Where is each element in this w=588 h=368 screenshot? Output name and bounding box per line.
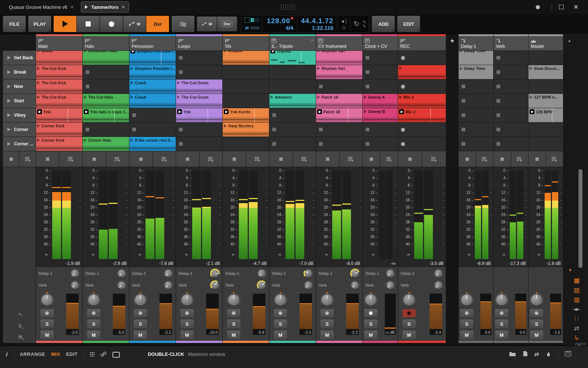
clip-play-icon[interactable] bbox=[224, 51, 227, 53]
empty-slot-stop-square[interactable] bbox=[366, 56, 369, 60]
clip-slot[interactable] bbox=[316, 137, 362, 151]
clip-play-icon[interactable] bbox=[37, 95, 40, 99]
clip-slot[interactable] bbox=[129, 123, 176, 137]
clip[interactable]: The Cut Hats bbox=[83, 94, 129, 108]
record-arm-button[interactable] bbox=[134, 309, 147, 317]
volume-fader[interactable]: -5.5 bbox=[113, 294, 125, 335]
clip-slot[interactable]: Block bbox=[36, 51, 82, 65]
record-arm-button[interactable] bbox=[402, 309, 416, 317]
clip-slot[interactable]: Rhythm Vari bbox=[316, 51, 362, 65]
mute-button[interactable]: M bbox=[274, 330, 287, 339]
send-knob[interactable] bbox=[350, 280, 360, 290]
clip-slot[interactable]: Patch 18 bbox=[316, 108, 362, 122]
solo-button[interactable]: S bbox=[530, 319, 543, 328]
send-knob[interactable] bbox=[164, 269, 173, 278]
mini-bar-icon[interactable] bbox=[251, 26, 259, 29]
clip-play-icon[interactable] bbox=[399, 66, 402, 70]
clip-slot[interactable] bbox=[176, 123, 222, 137]
clip-slot[interactable]: The Cut Grum bbox=[176, 79, 222, 93]
stop-clips-button[interactable] bbox=[528, 151, 546, 167]
pan-knob[interactable] bbox=[87, 293, 101, 307]
scene-row[interactable]: Corner bbox=[3, 123, 36, 137]
clip-play-icon[interactable] bbox=[364, 95, 367, 99]
empty-slot-stop-square[interactable] bbox=[86, 85, 89, 88]
send-knob[interactable] bbox=[210, 280, 220, 290]
clip-playing-icon[interactable] bbox=[37, 109, 42, 114]
clip-play-icon[interactable] bbox=[37, 138, 40, 142]
clip-slot[interactable] bbox=[269, 137, 316, 151]
clip-slot[interactable] bbox=[494, 123, 528, 137]
stop-button[interactable] bbox=[77, 16, 100, 32]
clip-slot[interactable] bbox=[528, 137, 563, 151]
window-minimize-button[interactable] bbox=[531, 0, 544, 14]
scene-play-icon[interactable] bbox=[7, 142, 11, 146]
empty-slot-stop-square[interactable] bbox=[496, 85, 500, 88]
queue-button[interactable] bbox=[422, 151, 446, 167]
clip-slot[interactable]: Rotator bbox=[223, 51, 269, 65]
track-header[interactable]: Loops bbox=[176, 34, 222, 50]
clip-play-icon[interactable] bbox=[317, 95, 320, 99]
clip-slot[interactable]: Mic 2 bbox=[398, 108, 446, 122]
clip[interactable]: Mic 2 bbox=[398, 94, 446, 108]
volume-fader[interactable]: -5.8 bbox=[253, 294, 265, 335]
scene-play-icon[interactable] bbox=[7, 56, 11, 60]
tab-arrange[interactable]: ARRANGE bbox=[20, 350, 45, 358]
queue-button[interactable] bbox=[340, 151, 363, 167]
record-arm-button[interactable] bbox=[180, 309, 194, 317]
queue-button[interactable] bbox=[200, 151, 223, 167]
link-icon[interactable] bbox=[100, 351, 107, 358]
clip[interactable]: Advance bbox=[269, 94, 316, 108]
empty-slot-stop-square[interactable] bbox=[86, 70, 89, 74]
punch-in-icon[interactable]: ◄┆ bbox=[340, 19, 347, 24]
solo-button[interactable]: S bbox=[134, 319, 147, 328]
clip[interactable]: Crash bbox=[129, 79, 176, 93]
clear-mute-button[interactable]: Mx bbox=[18, 334, 24, 341]
scene-row[interactable]: New bbox=[3, 79, 36, 93]
add-track-button[interactable]: + bbox=[450, 37, 454, 45]
clip-slot[interactable] bbox=[398, 123, 446, 137]
clip-slot[interactable]: Sweep B bbox=[363, 108, 398, 122]
track-header[interactable]: Percussion bbox=[129, 34, 176, 50]
send-knob[interactable] bbox=[257, 269, 266, 278]
scene-row[interactable]: Corner ... bbox=[3, 137, 36, 151]
clip-playing-icon[interactable] bbox=[399, 109, 404, 114]
empty-slot-stop-square[interactable] bbox=[496, 128, 500, 131]
clip-playing-icon[interactable] bbox=[270, 51, 275, 53]
empty-slot-record-circle[interactable] bbox=[401, 128, 405, 132]
add-button[interactable]: ADD bbox=[372, 16, 395, 32]
layered-editing-button[interactable] bbox=[172, 16, 194, 32]
track-header[interactable]: Clock + CV bbox=[363, 34, 398, 50]
clip-slot[interactable]: Delay Time bbox=[459, 51, 493, 65]
clip-slot[interactable] bbox=[459, 123, 493, 137]
clip-slot[interactable] bbox=[398, 51, 446, 65]
empty-slot-stop-square[interactable] bbox=[462, 99, 465, 103]
swap-arrows-icon[interactable]: ⇄ bbox=[534, 351, 539, 357]
pan-knob[interactable] bbox=[227, 293, 241, 307]
record-arm-button[interactable] bbox=[274, 309, 287, 317]
send-knob[interactable] bbox=[257, 280, 266, 290]
stop-clips-button[interactable] bbox=[129, 151, 153, 167]
record-arm-button[interactable] bbox=[227, 309, 240, 317]
scene-play-icon[interactable] bbox=[7, 128, 11, 131]
clip-play-icon[interactable] bbox=[177, 81, 180, 85]
volume-fader[interactable]: -10.0 bbox=[206, 294, 219, 335]
stop-clips-button[interactable] bbox=[398, 151, 422, 167]
clip-slot[interactable] bbox=[494, 65, 528, 79]
empty-slot-record-circle[interactable] bbox=[401, 85, 405, 89]
clip[interactable]: Rhythm Vari bbox=[316, 51, 362, 65]
project-tab-inactive[interactable]: Quasar Groove Machine v6 × bbox=[5, 2, 77, 12]
solo-button[interactable]: S bbox=[180, 319, 194, 328]
volume-fader[interactable]: -∞ dB bbox=[385, 294, 396, 335]
clip-slot[interactable]: Crash bbox=[129, 94, 176, 108]
stop-clips-button[interactable] bbox=[3, 151, 19, 167]
empty-slot-stop-square[interactable] bbox=[319, 128, 323, 131]
clip-slot[interactable]: Mic 2 bbox=[398, 94, 446, 108]
crossfade-icon[interactable]: ⇄ bbox=[574, 325, 579, 332]
clip-slot[interactable]: Simplest Possible l... bbox=[129, 51, 176, 65]
mini-meter-icon[interactable] bbox=[251, 18, 259, 22]
follow-arrows-icon[interactable]: ⇄ bbox=[245, 25, 249, 31]
volume-fader[interactable]: -2.3 bbox=[300, 294, 312, 335]
metronome-icon[interactable]: △ bbox=[342, 24, 345, 29]
pan-knob[interactable] bbox=[460, 293, 474, 307]
clip[interactable]: Corner Kick bbox=[36, 137, 82, 151]
